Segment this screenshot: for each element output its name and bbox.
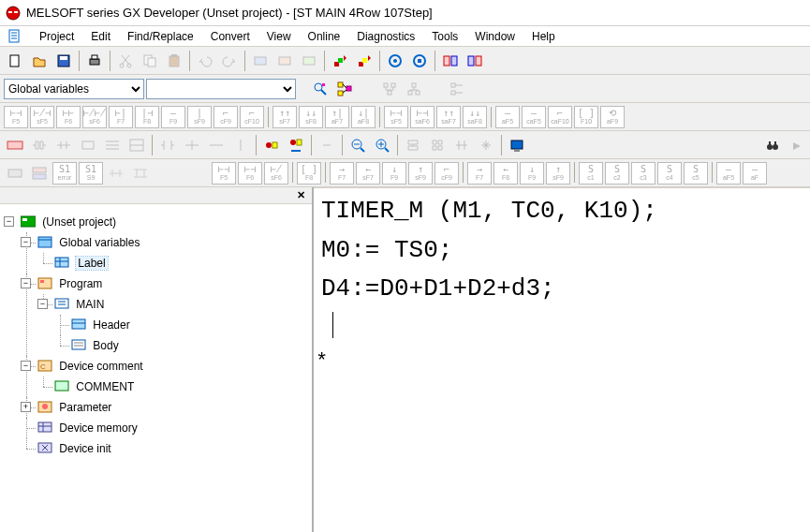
ladder3-btn-c3-15[interactable]: Sc3	[631, 162, 655, 185]
ladder-btn-cF9[interactable]: ⌐cF9	[214, 106, 238, 128]
net2-button[interactable]	[403, 78, 425, 100]
tree-global-vars[interactable]: Global variables	[59, 236, 140, 249]
ladder3-btn-c5-17[interactable]: Sc5	[684, 162, 708, 185]
write-plc-button[interactable]	[249, 50, 272, 72]
expander[interactable]: −	[21, 278, 31, 288]
tree-body[interactable]: Body	[93, 339, 118, 352]
monitor-start-button[interactable]	[384, 50, 406, 72]
ladder3-btn-F9-6[interactable]: ↓F9	[382, 162, 406, 185]
ladder3-btn-F9-11[interactable]: ↓F9	[520, 162, 544, 185]
net1-button[interactable]	[378, 78, 401, 100]
lad2-13[interactable]	[426, 134, 449, 156]
ladder-btn-sF7[interactable]: ↑↑sF7	[272, 106, 297, 128]
ladder3-btn-cF9-8[interactable]: ⌐cF9	[434, 162, 459, 185]
ladder-btn-sF5[interactable]: ⊬⊣sF5	[30, 106, 54, 128]
menu-find[interactable]: Find/Replace	[120, 28, 201, 45]
ladder3-btn-c2-14[interactable]: Sc2	[605, 162, 629, 185]
tree-main[interactable]: MAIN	[76, 298, 104, 311]
ladder3-btn-sF9-12[interactable]: ↑sF9	[546, 162, 570, 185]
next-icon[interactable]	[786, 135, 808, 157]
ladder-btn-F9[interactable]: —F9	[161, 106, 185, 128]
tree-program[interactable]: Program	[59, 277, 102, 290]
lad2-2[interactable]	[28, 134, 51, 156]
expander[interactable]: +	[21, 402, 31, 412]
find-button[interactable]	[309, 78, 331, 100]
ladder3-btn-sF9-7[interactable]: ↑sF9	[408, 162, 433, 185]
ladder-btn-sF5[interactable]: ⊢⊣sF5	[384, 106, 408, 128]
read-plc-button[interactable]	[273, 50, 296, 72]
ladder-btn-aF9[interactable]: ⟲aF9	[600, 106, 625, 128]
tree-scroll[interactable]: − (Unset project) − Global variables	[0, 204, 312, 532]
menu-project[interactable]: Project	[32, 28, 81, 45]
monitor-stop-button[interactable]	[408, 50, 431, 72]
redo-button[interactable]	[218, 50, 241, 72]
tree-dev-comment[interactable]: Device comment	[59, 360, 142, 373]
ladder-btn-F10[interactable]: [ ]F10	[574, 106, 598, 128]
ladder3-btn-F8-3[interactable]: [ ]F8	[297, 162, 321, 185]
rebuild-button[interactable]	[353, 50, 376, 72]
ladder-btn-F8[interactable]: |⊣F8	[135, 106, 159, 128]
menu-view[interactable]: View	[259, 28, 299, 45]
ladder3-btn-c4-16[interactable]: Sc4	[657, 162, 682, 185]
ladder-btn-aF8[interactable]: ↓|aF8	[351, 106, 376, 128]
tree-root[interactable]: (Unset project)	[42, 215, 116, 229]
menu-diagnostics[interactable]: Diagnostics	[349, 28, 422, 45]
tree-header[interactable]: Header	[93, 318, 129, 332]
nav1-button[interactable]	[439, 50, 462, 72]
lad2-1[interactable]	[4, 134, 26, 156]
menu-window[interactable]: Window	[467, 28, 523, 45]
binoculars-icon[interactable]	[761, 135, 784, 157]
build-button[interactable]	[329, 50, 351, 72]
ladder-btn-sF9[interactable]: |sF9	[187, 106, 212, 128]
tree-button[interactable]	[333, 78, 356, 100]
nav2-button[interactable]	[464, 50, 486, 72]
lad2-7[interactable]	[156, 134, 179, 156]
menu-convert[interactable]: Convert	[203, 28, 258, 45]
verify-button[interactable]	[298, 50, 320, 72]
lad2-bp[interactable]	[260, 134, 283, 156]
close-tree-button[interactable]: ✕	[293, 189, 308, 202]
lad2-6[interactable]	[125, 134, 148, 156]
ladder3-btn-aF-19[interactable]: —aF	[743, 162, 767, 185]
save-button[interactable]	[52, 50, 75, 72]
lad2-zoomout[interactable]	[346, 134, 369, 156]
ladder3-btn-F6-1[interactable]: ⊢⊣F6	[238, 162, 262, 185]
lad2-bp2[interactable]	[285, 134, 307, 156]
scope-combo[interactable]: Global variables	[4, 79, 144, 99]
ladder-btn-saF7[interactable]: ↑↑saF7	[436, 106, 461, 128]
lad2-4[interactable]	[77, 134, 99, 156]
tree-dev-memory[interactable]: Device memory	[59, 421, 137, 435]
menu-help[interactable]: Help	[524, 28, 563, 45]
menu-tools[interactable]: Tools	[424, 28, 465, 45]
ladder-btn-cF10[interactable]: ⌐cF10	[240, 106, 264, 128]
copy-button[interactable]	[139, 50, 161, 72]
ladder3-btn-c1-13[interactable]: Sc1	[579, 162, 603, 185]
lad2-11[interactable]	[316, 134, 338, 156]
tree-comment[interactable]: COMMENT	[76, 380, 134, 393]
lad2-9[interactable]	[205, 134, 228, 156]
tree-device-init[interactable]: Device init	[59, 442, 110, 455]
ladder-btn-aF5[interactable]: —aF5	[495, 106, 520, 128]
ladder3-btn-sF7-5[interactable]: ←sF7	[356, 162, 380, 185]
lad2-mon[interactable]	[506, 134, 528, 156]
ladder-btn-aF7[interactable]: ↑|aF7	[325, 106, 349, 128]
expander[interactable]: −	[21, 237, 31, 247]
expander[interactable]: −	[21, 361, 31, 371]
undo-button[interactable]	[194, 50, 216, 72]
open-button[interactable]	[28, 50, 51, 72]
ladder3-btn-F5-0[interactable]: ⊢⊣F5	[212, 162, 236, 185]
lad2-12[interactable]	[402, 134, 424, 156]
ladder-btn-caF10[interactable]: ⌐caF10	[548, 106, 572, 128]
tree-parameter[interactable]: Parameter	[59, 401, 111, 414]
ladder-btn-saF8[interactable]: ↓↓saF8	[463, 106, 487, 128]
ladder-btn-caF5[interactable]: —caF5	[522, 106, 546, 128]
tree-label[interactable]: Label	[76, 257, 107, 270]
r3-a[interactable]	[4, 162, 26, 185]
cut-button[interactable]	[114, 50, 137, 72]
lad2-15[interactable]	[475, 134, 497, 156]
r3-f[interactable]	[129, 162, 152, 185]
r3-e[interactable]	[105, 162, 127, 185]
lad2-14[interactable]	[450, 134, 473, 156]
ladder-btn-F6[interactable]: ⊢⊢F6	[56, 106, 81, 128]
menu-edit[interactable]: Edit	[83, 28, 118, 45]
